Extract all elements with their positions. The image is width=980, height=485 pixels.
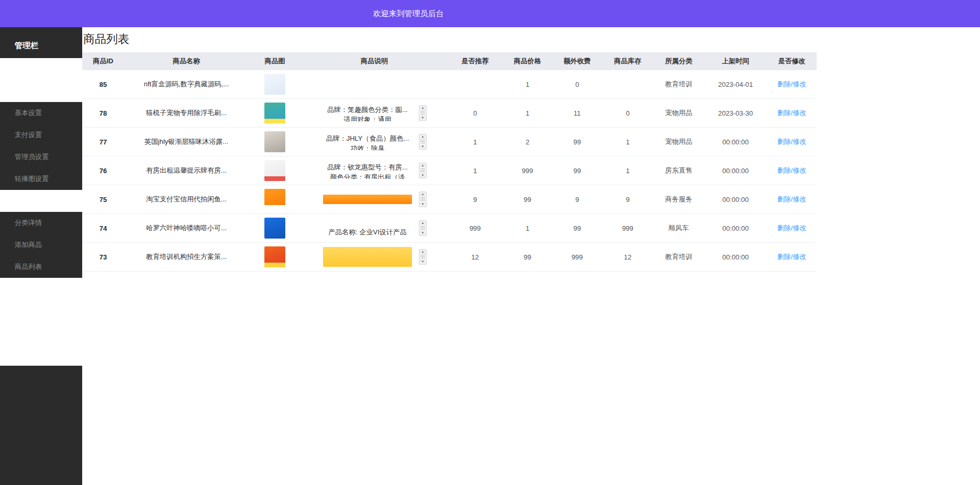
product-image-cell xyxy=(249,156,301,185)
table-header: 商品ID商品名称商品图商品说明是否推荐商品价格额外收费商品库存所属分类上架时间是… xyxy=(82,52,817,70)
product-image-strip xyxy=(264,176,285,181)
product-action-cell: 删除/修改 xyxy=(767,214,817,243)
product-image-strip xyxy=(264,119,285,123)
product-stock: 1 xyxy=(602,128,653,156)
sidebar-item[interactable]: 订单管理 xyxy=(0,278,82,300)
column-header: 是否推荐 xyxy=(448,52,503,70)
table-row: 73 教育培训机构招生方案策... ▲ ▼ 12 99 999 12 教育培训 … xyxy=(82,243,817,272)
layout: 管理栏 整体详情网站设置基本设置支付设置管理员设置轮播图设置商品管理分类详情添加… xyxy=(0,27,980,485)
product-table: 商品ID商品名称商品图商品说明是否推荐商品价格额外收费商品库存所属分类上架时间是… xyxy=(82,52,817,272)
product-image-cell xyxy=(249,128,301,156)
delete-modify-link[interactable]: 删除/修改 xyxy=(777,80,807,88)
product-id: 74 xyxy=(82,214,124,243)
product-recommend: 1 xyxy=(448,128,503,156)
scroll-up-icon[interactable]: ▲ xyxy=(419,192,426,197)
product-shelf-time: 00:00:00 xyxy=(704,243,767,272)
column-header: 商品名称 xyxy=(124,52,249,70)
table-row: 85 nft盲盒源码,数字典藏源码,... ▲ ▼ 1 0 教育培训 2023-… xyxy=(82,70,817,99)
delete-modify-link[interactable]: 删除/修改 xyxy=(777,138,807,145)
product-price: 99 xyxy=(503,185,552,214)
product-image-cell xyxy=(249,185,301,214)
product-recommend: 1 xyxy=(448,156,503,185)
sidebar-item[interactable]: 用户管理 xyxy=(0,300,82,322)
sidebar-item[interactable]: 基本设置 xyxy=(0,102,82,124)
product-recommend: 0 xyxy=(448,99,503,128)
description-scrollbar[interactable]: ▲ ▼ xyxy=(419,249,427,265)
description-text: 品牌：JHLY（食品）颜色...功效：除臭 xyxy=(313,133,422,150)
product-description-cell: ▲ ▼ xyxy=(301,185,448,214)
product-name: 教育培训机构招生方案策... xyxy=(124,243,249,272)
product-action-cell: 删除/修改 xyxy=(767,185,817,214)
scroll-up-icon[interactable]: ▲ xyxy=(419,134,426,139)
delete-modify-link[interactable]: 删除/修改 xyxy=(777,166,807,174)
scroll-down-icon[interactable]: ▼ xyxy=(419,116,426,120)
column-header: 所属分类 xyxy=(653,52,704,70)
sidebar-item[interactable]: 分类详情 xyxy=(0,212,82,234)
product-price: 99 xyxy=(503,243,552,272)
product-category: 宠物用品 xyxy=(653,128,704,156)
sidebar-item[interactable]: 支付设置 xyxy=(0,124,82,146)
product-action-cell: 删除/修改 xyxy=(767,128,817,156)
scroll-down-icon[interactable]: ▼ xyxy=(419,144,426,149)
scroll-down-icon[interactable]: ▼ xyxy=(419,260,426,264)
product-name: 猫梳子宠物专用除浮毛刷... xyxy=(124,99,249,128)
sidebar: 管理栏 整体详情网站设置基本设置支付设置管理员设置轮播图设置商品管理分类详情添加… xyxy=(0,27,82,485)
scrollbar-thumb[interactable] xyxy=(420,255,425,259)
product-description-cell: 产品名称: 企业VI设计产品 ▲ ▼ xyxy=(301,214,448,243)
product-extra-fee: 11 xyxy=(552,99,602,128)
sidebar-item[interactable]: 退出 xyxy=(0,344,82,366)
product-shelf-time: 2023-03-30 xyxy=(704,99,767,128)
scrollbar-thumb[interactable] xyxy=(420,197,425,201)
product-stock: 999 xyxy=(602,214,653,243)
product-description-cell: 品牌：笼趣颜色分类：圆...适用对象：通用 ▲ ▼ xyxy=(301,99,448,128)
product-image xyxy=(264,189,285,210)
scroll-down-icon[interactable]: ▼ xyxy=(419,231,426,235)
product-name: 有房出租温馨提示牌有房... xyxy=(124,156,249,185)
description-scrollbar[interactable]: ▲ ▼ xyxy=(419,105,427,121)
product-recommend: 9 xyxy=(448,185,503,214)
sidebar-item[interactable]: 商品管理 xyxy=(0,190,82,212)
product-shelf-time: 00:00:00 xyxy=(704,185,767,214)
sidebar-item[interactable]: 管理员设置 xyxy=(0,146,82,168)
product-id: 75 xyxy=(82,185,124,214)
product-name: 哈罗六叶神哈喽嘀嗒小可... xyxy=(124,214,249,243)
scroll-up-icon[interactable]: ▲ xyxy=(419,250,426,254)
sidebar-item[interactable]: 轮播图设置 xyxy=(0,168,82,190)
scroll-up-icon[interactable]: ▲ xyxy=(419,106,426,110)
description-scrollbar[interactable]: ▲ ▼ xyxy=(419,163,427,178)
sidebar-item[interactable]: 添加商品 xyxy=(0,234,82,256)
sidebar-title: 管理栏 xyxy=(0,27,82,58)
sidebar-item[interactable]: 商品列表 xyxy=(0,256,82,278)
product-category: 顺风车 xyxy=(653,214,704,243)
description-scrollbar[interactable]: ▲ ▼ xyxy=(419,134,427,150)
description-scrollbar[interactable]: ▲ ▼ xyxy=(419,220,427,236)
scrollbar-thumb[interactable] xyxy=(420,226,425,230)
scrollbar-thumb[interactable] xyxy=(420,168,425,173)
table-row: 74 哈罗六叶神哈喽嘀嗒小可... 产品名称: 企业VI设计产品 ▲ ▼ 999… xyxy=(82,214,817,243)
scroll-down-icon[interactable]: ▼ xyxy=(419,173,426,178)
scroll-up-icon[interactable]: ▲ xyxy=(419,221,426,225)
product-stock: 12 xyxy=(602,243,653,272)
description-scrollbar[interactable]: ▲ ▼ xyxy=(419,191,427,207)
delete-modify-link[interactable]: 删除/修改 xyxy=(777,224,807,232)
column-header: 上架时间 xyxy=(704,52,767,70)
product-price: 1 xyxy=(503,214,552,243)
product-extra-fee: 9 xyxy=(552,185,602,214)
product-image-cell xyxy=(249,99,301,128)
scroll-down-icon[interactable]: ▼ xyxy=(419,202,426,207)
delete-modify-link[interactable]: 删除/修改 xyxy=(777,195,807,203)
delete-modify-link[interactable]: 删除/修改 xyxy=(777,109,807,117)
delete-modify-link[interactable]: 删除/修改 xyxy=(777,253,807,261)
sidebar-item[interactable]: 网站设置 xyxy=(0,80,82,102)
description-text: 品牌：钦龙惠型号：有房...颜色分类：有房出租（淡 xyxy=(313,162,422,179)
product-description-cell: 品牌：钦龙惠型号：有房...颜色分类：有房出租（淡 ▲ ▼ xyxy=(301,156,448,185)
scrollbar-thumb[interactable] xyxy=(420,111,425,115)
scroll-up-icon[interactable]: ▲ xyxy=(419,163,426,168)
description-image xyxy=(323,195,412,204)
sidebar-item[interactable]: 整体详情 xyxy=(0,58,82,80)
product-recommend: 12 xyxy=(448,243,503,272)
scrollbar-thumb[interactable] xyxy=(420,140,425,144)
column-header: 商品图 xyxy=(249,52,301,70)
sidebar-item[interactable]: 工单管理 xyxy=(0,322,82,344)
product-stock xyxy=(602,70,653,99)
